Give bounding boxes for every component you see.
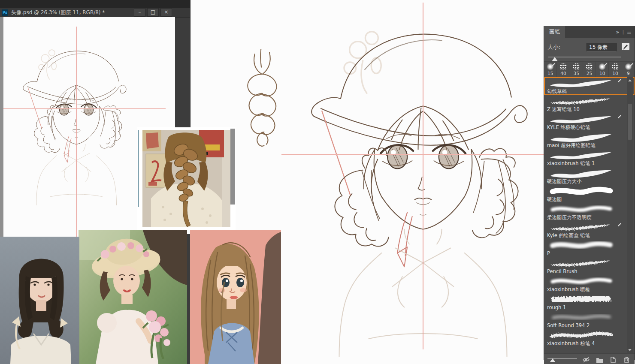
brush-preset[interactable]: 25 xyxy=(583,62,596,77)
brush-list-item[interactable]: 硬边圆 xyxy=(544,185,635,203)
brush-preset-strip: 15 40 35 25 10 xyxy=(544,61,635,77)
minimize-button[interactable]: – xyxy=(134,8,145,17)
brush-name-label: 勾线草稿 xyxy=(547,88,633,94)
slider-thumb-icon[interactable] xyxy=(552,57,558,61)
braid-photo-image xyxy=(142,130,230,227)
brush-list-item[interactable]: KYLE 终极硬心铅笔 xyxy=(544,113,635,131)
brush-name-label: xiaoxinbrush 喷枪 xyxy=(547,286,633,292)
pen-pressure-icon xyxy=(618,79,621,82)
brush-list-item[interactable]: Soft Round 394 2 xyxy=(544,311,635,329)
delete-brush-button[interactable] xyxy=(622,356,631,364)
new-brush-button[interactable] xyxy=(608,356,617,364)
preset-size-label: 40 xyxy=(557,71,569,76)
brush-stroke-preview xyxy=(547,276,616,286)
brushes-panel-header: 画笔 » | ≡ xyxy=(544,26,635,38)
brush-stroke-preview xyxy=(547,258,616,268)
preset-size-label: 10 xyxy=(596,71,608,76)
size-label: 大小: xyxy=(547,43,560,51)
brush-name-label: Soft Round 394 2 xyxy=(547,322,633,328)
document-titlebar[interactable]: Ps 头像.psd @ 26.3% (图层 11, RGB/8) * – □ × xyxy=(0,8,190,18)
app-chrome-strip xyxy=(0,0,190,8)
maximize-button[interactable]: □ xyxy=(147,8,159,17)
scroll-down-icon[interactable] xyxy=(628,349,632,351)
brush-list-item[interactable]: P xyxy=(544,239,635,257)
brush-stroke-preview xyxy=(547,312,616,322)
divider: | xyxy=(622,29,624,35)
new-item-icon xyxy=(610,356,617,363)
brush-stroke-preview xyxy=(547,294,616,304)
brush-preset[interactable]: 10 xyxy=(596,62,609,77)
brush-list-item[interactable]: 柔边圆压力不透明度 xyxy=(544,203,635,221)
brush-size-row: 大小: xyxy=(544,38,635,54)
toggle-stroke-preview-button[interactable] xyxy=(582,356,591,364)
preset-size-label: 10 xyxy=(609,71,621,76)
brush-preset[interactable]: 10 xyxy=(609,62,622,77)
brush-list-item[interactable]: Z 速写铅笔 10 xyxy=(544,95,635,113)
brush-name-label: KYLE 终极硬心铅笔 xyxy=(547,124,633,130)
pen-pressure-icon xyxy=(618,223,621,226)
reference-photo-girl-pigtails xyxy=(0,237,79,364)
eye-slash-icon xyxy=(582,356,590,363)
brush-list-item[interactable]: xiaoxinbrush 喷枪 xyxy=(544,275,635,293)
brush-tip-icon xyxy=(586,63,593,70)
brush-name-label: 柔边圆压力不透明度 xyxy=(547,214,633,220)
preset-size-label: 15 xyxy=(544,71,556,76)
brush-stroke-preview xyxy=(547,168,616,178)
brush-name-label: maoi 超好用绘图铅笔 xyxy=(547,142,633,148)
brush-settings-icon xyxy=(621,42,630,51)
scrollbar-thumb[interactable] xyxy=(628,104,632,140)
brush-stroke-preview xyxy=(547,330,616,340)
brush-preset[interactable]: 9 xyxy=(622,62,635,77)
slider-thumb-icon[interactable] xyxy=(550,358,555,362)
brush-tip-icon xyxy=(612,63,619,70)
brush-preset[interactable]: 40 xyxy=(557,62,570,77)
brush-name-label: Kyle 的绘画盒 铅笔 xyxy=(547,232,633,238)
brush-stroke-preview xyxy=(547,222,616,232)
brush-list-item[interactable]: xiaoxinbrush 铅笔 1 xyxy=(544,149,635,167)
brush-name-label: Pencil Brush xyxy=(547,268,633,274)
brush-list-item[interactable]: xiaoxinbrush 粉笔 4 xyxy=(544,329,635,347)
photo-scrollbar-artifact xyxy=(230,129,235,205)
brush-settings-button[interactable] xyxy=(620,42,631,52)
brush-stroke-preview xyxy=(547,240,616,250)
reference-photo-flower-hat xyxy=(79,230,187,364)
stroke-preview-slider[interactable] xyxy=(547,356,577,363)
brush-stroke-preview xyxy=(547,186,616,196)
brush-preset[interactable]: 35 xyxy=(570,62,583,77)
scroll-up-icon[interactable] xyxy=(628,79,632,81)
brush-name-label: xiaoxinbrush 铅笔 1 xyxy=(547,160,633,166)
brush-name-label: P xyxy=(547,250,633,256)
brush-preset[interactable]: 15 xyxy=(544,62,557,77)
brush-stroke-preview xyxy=(547,96,616,106)
collapse-panel-icon[interactable]: » xyxy=(616,29,619,35)
brush-list-item[interactable]: 硬边圆压力大小 xyxy=(544,167,635,185)
brush-list-item[interactable]: Kyle 的绘画盒 铅笔 xyxy=(544,221,635,239)
brush-list-item[interactable]: Pencil Brush xyxy=(544,257,635,275)
brush-list-item[interactable]: maoi 超好用绘图铅笔 xyxy=(544,131,635,149)
folder-icon xyxy=(596,357,604,363)
panel-menu-icon[interactable]: ≡ xyxy=(627,29,632,35)
brush-list-scrollbar[interactable] xyxy=(627,77,633,353)
brush-stroke-preview xyxy=(547,78,616,88)
brush-name-label: xiaoxinbrush 粉笔 4 xyxy=(547,340,633,346)
brush-list-items: 勾线草稿 Z 速写铅笔 10 KYLE 终极硬心铅笔 xyxy=(544,77,635,347)
brush-stroke-preview xyxy=(547,150,616,160)
photoshop-logo-icon: Ps xyxy=(2,9,8,16)
brush-size-input[interactable] xyxy=(587,43,617,51)
brush-list: 勾线草稿 Z 速写铅笔 10 KYLE 终极硬心铅笔 xyxy=(544,77,635,353)
brush-stroke-preview xyxy=(547,114,616,124)
close-button[interactable]: × xyxy=(160,8,172,17)
preset-size-label: 9 xyxy=(622,71,635,76)
tab-brushes[interactable]: 画笔 xyxy=(544,26,565,38)
preset-size-label: 35 xyxy=(570,71,583,76)
brush-list-item[interactable]: 勾线草稿 xyxy=(544,77,635,95)
reference-photo-braid xyxy=(137,127,236,234)
brush-list-item[interactable]: rough 1 xyxy=(544,293,635,311)
brush-size-slider[interactable] xyxy=(548,54,630,61)
trash-icon xyxy=(623,356,630,363)
reference-illustration-girl xyxy=(190,230,281,364)
brush-name-label: 硬边圆 xyxy=(547,196,633,202)
brush-stroke-preview xyxy=(547,204,616,214)
brush-tip-icon xyxy=(573,63,580,70)
new-group-button[interactable] xyxy=(595,356,604,364)
